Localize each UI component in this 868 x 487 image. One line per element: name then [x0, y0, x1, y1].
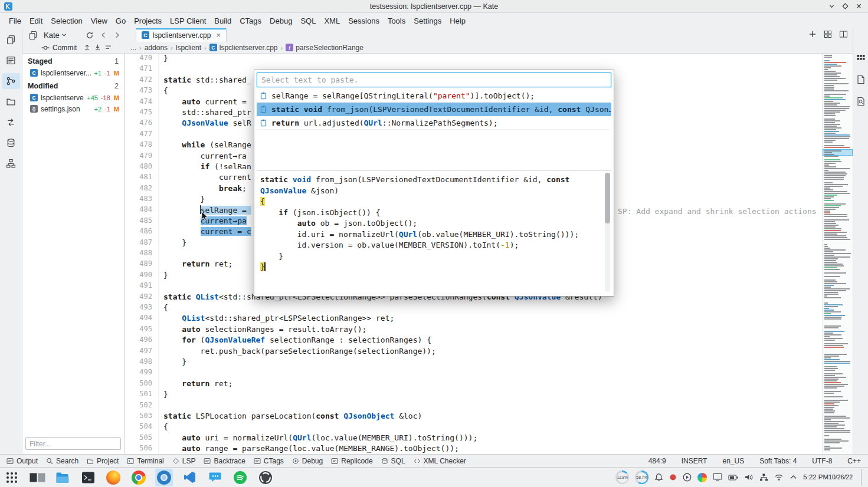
obs-icon[interactable] — [257, 469, 274, 486]
terminal-app-icon[interactable] — [79, 469, 97, 486]
app-launcher-icon[interactable] — [3, 469, 21, 486]
menu-debug[interactable]: Debug — [266, 14, 296, 28]
search-document-icon[interactable] — [856, 97, 866, 108]
paste-entry[interactable]: return url.adjusted(QUrl::NormalizePathS… — [257, 116, 611, 130]
reload-icon[interactable] — [83, 30, 97, 41]
code-line[interactable]: 493{ — [125, 303, 822, 314]
split-view-icon[interactable] — [839, 30, 848, 40]
breadcrumb-item[interactable]: addons — [145, 44, 168, 52]
tool-output[interactable]: Output — [2, 455, 42, 467]
document-switcher-button[interactable]: Kate — [41, 29, 70, 41]
menu-xml[interactable]: XML — [320, 14, 344, 28]
back-icon[interactable] — [97, 30, 110, 40]
code-line[interactable]: 496 for (QJsonValueRef selectionRange : … — [125, 335, 822, 346]
record-indicator-icon[interactable] — [669, 473, 677, 481]
paste-entry[interactable]: selRange = selRange[QStringLiteral("pare… — [257, 89, 611, 103]
tool-backtrace[interactable]: Backtrace — [199, 455, 249, 467]
file-manager-icon[interactable] — [54, 469, 71, 486]
git-push-icon[interactable] — [83, 43, 91, 52]
encoding[interactable]: UTF-8 — [812, 457, 832, 465]
maximize-button[interactable] — [841, 2, 849, 10]
minimize-button[interactable] — [828, 2, 836, 10]
chrome-icon[interactable] — [130, 469, 148, 486]
file-list-icon[interactable] — [2, 52, 20, 68]
menu-help[interactable]: Help — [446, 14, 470, 28]
git-section-header[interactable]: Modified2 — [22, 78, 124, 92]
code-line[interactable]: 498 } — [125, 357, 822, 368]
tool-terminal[interactable]: Terminal — [123, 455, 168, 467]
code-line[interactable]: 506 auto range = parseRange(loc.value(ME… — [125, 444, 822, 454]
code-line[interactable]: 499 — [125, 368, 822, 379]
cpu-gauge[interactable]: 12.8% — [615, 470, 629, 484]
input-mode[interactable]: INSERT — [682, 457, 707, 465]
battery-icon[interactable] — [728, 473, 738, 482]
code-line[interactable]: 495 auto selectionRanges = result.toArra… — [125, 325, 822, 335]
menu-lsp-client[interactable]: LSP Client — [166, 14, 210, 28]
code-line[interactable]: 505 auto uri = normalizeUrl(QUrl(loc.val… — [125, 433, 822, 444]
menu-edit[interactable]: Edit — [25, 14, 47, 28]
close-button[interactable] — [855, 2, 863, 10]
code-line[interactable]: 502 — [125, 401, 822, 412]
code-line[interactable]: 494 QList<std::shared_ptr<LSPSelectionRa… — [125, 314, 822, 324]
breadcrumb-item[interactable]: ƒparseSelectionRange — [286, 44, 363, 52]
code-line[interactable]: 497 ret.push_back(parseSelectionRange(se… — [125, 347, 822, 357]
menu-selection[interactable]: Selection — [47, 14, 86, 28]
menu-ctags[interactable]: CTags — [235, 14, 266, 28]
git-file-row[interactable]: Clspclientserver...+1-1M — [22, 67, 124, 78]
documents-copy-icon[interactable] — [25, 29, 41, 41]
color-wheel-icon[interactable] — [697, 473, 707, 482]
tool-xml-checker[interactable]: XML Checker — [410, 455, 470, 467]
tool-search[interactable]: Search — [42, 455, 83, 467]
menu-sql[interactable]: SQL — [296, 14, 320, 28]
clock[interactable]: 5:22 PM 10/26/22 — [803, 473, 853, 481]
code-line[interactable]: 500 return ret; — [125, 379, 822, 390]
tool-sql[interactable]: SQL — [377, 455, 410, 467]
cursor-position[interactable]: 484:9 — [648, 457, 666, 465]
volume-icon[interactable] — [744, 473, 754, 482]
paste-search-input[interactable] — [257, 73, 611, 87]
breadcrumb-item[interactable]: ... — [130, 44, 136, 52]
tray-expand-caret-icon[interactable] — [790, 475, 797, 480]
forward-icon[interactable] — [110, 30, 124, 40]
notifications-bell-icon[interactable] — [654, 473, 663, 482]
blocks-icon[interactable] — [856, 53, 866, 65]
menu-settings[interactable]: Settings — [410, 14, 446, 28]
tool-replicode[interactable]: Replicode — [327, 455, 376, 467]
tool-project[interactable]: Project — [83, 455, 123, 467]
breadcrumb-item[interactable]: Clspclientserver.cpp — [209, 44, 278, 52]
code-line[interactable]: 504{ — [125, 422, 822, 433]
code-line[interactable]: 501} — [125, 390, 822, 400]
tool-ctags[interactable]: CTags — [250, 455, 288, 467]
menu-go[interactable]: Go — [112, 14, 130, 28]
display-icon[interactable] — [713, 473, 722, 482]
git-filter-input[interactable] — [25, 437, 121, 450]
menu-file[interactable]: File — [5, 14, 25, 28]
tab-lspclientserver[interactable]: C lspclientserver.cpp × — [136, 28, 227, 42]
view-grid-icon[interactable] — [824, 30, 832, 40]
git-file-row[interactable]: Clspclientserver...+45-18M — [22, 92, 124, 103]
memory-gauge[interactable]: 58.7% — [635, 470, 648, 484]
new-split-plus-icon[interactable] — [808, 30, 817, 40]
paste-entry[interactable]: static void from_json(LSPVersionedTextDo… — [257, 103, 611, 116]
virtual-desktop-pager[interactable] — [28, 469, 46, 486]
filesystem-folder-icon[interactable] — [2, 94, 20, 110]
git-pull-icon[interactable] — [94, 43, 101, 52]
code-line[interactable]: 503static LSPLocation parseLocation(cons… — [125, 412, 822, 422]
tool-lsp[interactable]: LSP — [168, 455, 200, 467]
git-menu-icon[interactable] — [104, 43, 112, 52]
symbols-swap-icon[interactable] — [2, 114, 20, 130]
spotify-icon[interactable] — [231, 469, 249, 486]
dictionary[interactable]: en_US — [722, 457, 744, 465]
breadcrumb-item[interactable]: lspclient — [176, 44, 201, 52]
show-desktop-button[interactable] — [861, 469, 865, 486]
code-line[interactable]: 470} — [125, 54, 822, 64]
tool-debug[interactable]: Debug — [288, 455, 327, 467]
git-file-row[interactable]: {}settings.json+2-1M — [22, 103, 124, 114]
commit-button[interactable]: Commit — [38, 43, 80, 52]
git-section-header[interactable]: Staged1 — [22, 54, 124, 67]
tab-close-icon[interactable]: × — [216, 31, 221, 40]
firefox-icon[interactable] — [104, 469, 122, 486]
preview-document-icon[interactable] — [856, 75, 866, 87]
menu-projects[interactable]: Projects — [130, 14, 166, 28]
menu-view[interactable]: View — [87, 14, 112, 28]
